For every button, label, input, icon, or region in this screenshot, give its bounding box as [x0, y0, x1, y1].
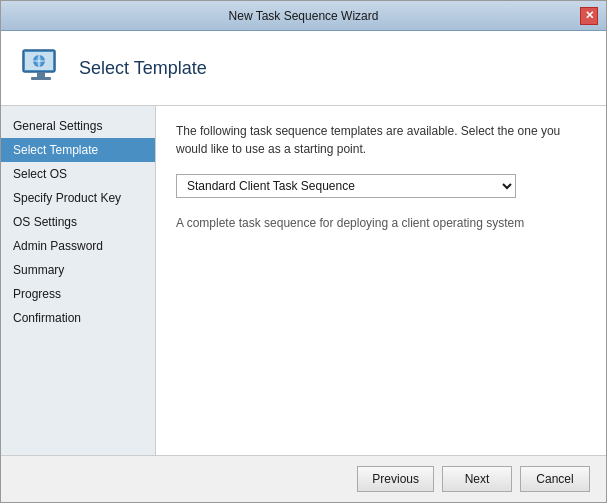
sidebar-item-confirmation[interactable]: Confirmation [1, 306, 155, 330]
close-button[interactable]: ✕ [580, 7, 598, 25]
description-text: The following task sequence templates ar… [176, 122, 586, 158]
sidebar: General SettingsSelect TemplateSelect OS… [1, 106, 156, 455]
sidebar-item-select-template[interactable]: Select Template [1, 138, 155, 162]
sidebar-item-select-os[interactable]: Select OS [1, 162, 155, 186]
sidebar-item-general-settings[interactable]: General Settings [1, 114, 155, 138]
next-button[interactable]: Next [442, 466, 512, 492]
sidebar-item-progress[interactable]: Progress [1, 282, 155, 306]
title-bar: New Task Sequence Wizard ✕ [1, 1, 606, 31]
template-description: A complete task sequence for deploying a… [176, 216, 586, 230]
dropdown-wrapper: Standard Client Task SequenceStandard Se… [176, 174, 586, 198]
cancel-button[interactable]: Cancel [520, 466, 590, 492]
wizard-icon [17, 44, 65, 92]
content-area: General SettingsSelect TemplateSelect OS… [1, 106, 606, 455]
sidebar-item-specify-product-key[interactable]: Specify Product Key [1, 186, 155, 210]
wizard-window: New Task Sequence Wizard ✕ Select Templa… [0, 0, 607, 503]
sidebar-item-admin-password[interactable]: Admin Password [1, 234, 155, 258]
main-content: The following task sequence templates ar… [156, 106, 606, 455]
window-title: New Task Sequence Wizard [27, 9, 580, 23]
sidebar-item-summary[interactable]: Summary [1, 258, 155, 282]
previous-button[interactable]: Previous [357, 466, 434, 492]
svg-rect-3 [31, 77, 51, 80]
header-area: Select Template [1, 31, 606, 106]
page-title: Select Template [79, 58, 207, 79]
template-select[interactable]: Standard Client Task SequenceStandard Se… [176, 174, 516, 198]
svg-rect-2 [37, 72, 45, 77]
sidebar-item-os-settings[interactable]: OS Settings [1, 210, 155, 234]
footer-area: Previous Next Cancel [1, 455, 606, 502]
